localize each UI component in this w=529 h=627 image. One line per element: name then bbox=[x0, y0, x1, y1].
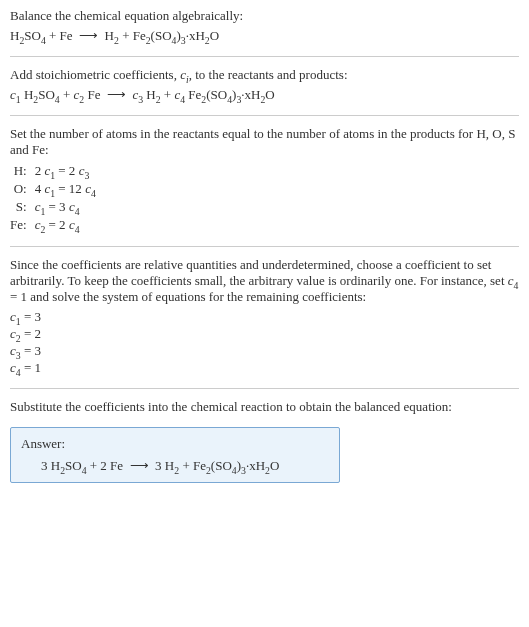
atoms-title: Set the number of atoms in the reactants… bbox=[10, 126, 519, 158]
table-row: S: c1 = 3 c4 bbox=[10, 198, 96, 216]
stoich-title: Add stoichiometric coefficients, ci, to … bbox=[10, 67, 519, 83]
divider bbox=[10, 115, 519, 116]
answer-box: Answer: 3 H2SO4 + 2 Fe ⟶ 3 H2 + Fe2(SO4)… bbox=[10, 427, 340, 483]
row-equation: c2 = 2 c4 bbox=[35, 216, 96, 234]
section-stoich: Add stoichiometric coefficients, ci, to … bbox=[10, 67, 519, 103]
row-label: O: bbox=[10, 180, 35, 198]
table-row: O: 4 c1 = 12 c4 bbox=[10, 180, 96, 198]
section-balance: Balance the chemical equation algebraica… bbox=[10, 8, 519, 44]
divider bbox=[10, 246, 519, 247]
coeff-value: c3 = 3 bbox=[10, 343, 519, 359]
table-row: H: 2 c1 = 2 c3 bbox=[10, 162, 96, 180]
answer-label: Answer: bbox=[21, 436, 329, 452]
row-equation: 2 c1 = 2 c3 bbox=[35, 162, 96, 180]
row-label: Fe: bbox=[10, 216, 35, 234]
coefficients-list: c1 = 3 c2 = 2 c3 = 3 c4 = 1 bbox=[10, 309, 519, 376]
substitute-title: Substitute the coefficients into the che… bbox=[10, 399, 519, 415]
table-row: Fe: c2 = 2 c4 bbox=[10, 216, 96, 234]
balance-title: Balance the chemical equation algebraica… bbox=[10, 8, 519, 24]
solve-title: Since the coefficients are relative quan… bbox=[10, 257, 519, 305]
stoich-equation: c1 H2SO4 + c2 Fe ⟶ c3 H2 + c4 Fe2(SO4)3·… bbox=[10, 87, 519, 103]
ci-symbol: ci bbox=[180, 67, 189, 82]
coeff-value: c2 = 2 bbox=[10, 326, 519, 342]
row-equation: c1 = 3 c4 bbox=[35, 198, 96, 216]
balance-equation: H2SO4 + Fe ⟶ H2 + Fe2(SO4)3·xH2O bbox=[10, 28, 519, 44]
section-solve: Since the coefficients are relative quan… bbox=[10, 257, 519, 376]
coeff-value: c4 = 1 bbox=[10, 360, 519, 376]
divider bbox=[10, 56, 519, 57]
atoms-table: H: 2 c1 = 2 c3 O: 4 c1 = 12 c4 S: c1 = 3… bbox=[10, 162, 96, 234]
answer-equation: 3 H2SO4 + 2 Fe ⟶ 3 H2 + Fe2(SO4)3·xH2O bbox=[41, 458, 329, 474]
row-label: H: bbox=[10, 162, 35, 180]
section-substitute: Substitute the coefficients into the che… bbox=[10, 399, 519, 415]
coeff-value: c1 = 3 bbox=[10, 309, 519, 325]
divider bbox=[10, 388, 519, 389]
row-equation: 4 c1 = 12 c4 bbox=[35, 180, 96, 198]
row-label: S: bbox=[10, 198, 35, 216]
section-atoms: Set the number of atoms in the reactants… bbox=[10, 126, 519, 234]
